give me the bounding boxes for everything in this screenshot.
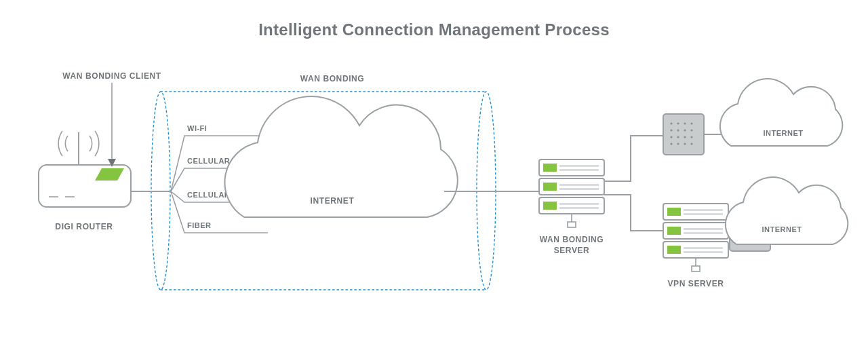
svg-point-36 <box>677 136 679 138</box>
svg-rect-26 <box>663 114 704 155</box>
svg-rect-53 <box>667 246 681 254</box>
svg-point-32 <box>677 129 679 131</box>
internet-cloud-vpn: INTERNET <box>726 177 848 244</box>
svg-rect-55 <box>684 251 723 253</box>
vpn-server: VPN SERVER <box>663 204 728 288</box>
svg-point-28 <box>677 122 679 124</box>
svg-point-37 <box>684 136 686 138</box>
svg-rect-47 <box>684 213 723 215</box>
digi-router: WAN BONDING CLIENT DIGI ROUTER <box>39 71 161 231</box>
wan-bonding-zone-label: WAN BONDING <box>300 74 365 83</box>
wan-bonding-client-label: WAN BONDING CLIENT <box>62 71 161 81</box>
svg-rect-25 <box>568 222 576 227</box>
svg-rect-19 <box>559 188 599 190</box>
internet-cloud-main: INTERNET <box>224 96 457 217</box>
svg-point-33 <box>684 129 686 131</box>
wan-bonding-server-label1: WAN BONDING <box>540 235 604 244</box>
svg-rect-15 <box>559 169 599 171</box>
internet-cloud-top: INTERNET <box>720 79 842 146</box>
svg-rect-57 <box>692 266 700 271</box>
svg-rect-46 <box>684 209 723 211</box>
internet-cloud-top-label: INTERNET <box>764 129 804 137</box>
svg-rect-50 <box>684 228 723 230</box>
svg-point-39 <box>670 143 672 145</box>
svg-point-34 <box>690 129 692 131</box>
svg-rect-18 <box>559 184 599 186</box>
svg-point-27 <box>670 122 672 124</box>
svg-point-40 <box>677 143 679 145</box>
svg-rect-22 <box>559 203 599 205</box>
svg-rect-14 <box>559 165 599 167</box>
link-fiber: FIBER <box>187 221 212 229</box>
firewall-top <box>663 114 704 155</box>
diagram-canvas: Intelligent Connection Management Proces… <box>0 0 868 340</box>
svg-rect-49 <box>667 227 681 235</box>
vpn-server-label: VPN SERVER <box>667 279 724 288</box>
wan-bonding-server-label2: SERVER <box>554 246 590 255</box>
svg-point-29 <box>684 122 686 124</box>
svg-rect-45 <box>667 208 681 216</box>
svg-rect-17 <box>543 183 557 191</box>
svg-point-38 <box>690 136 692 138</box>
svg-point-35 <box>670 136 672 138</box>
svg-rect-21 <box>543 202 557 210</box>
internet-cloud-main-label: INTERNET <box>311 196 355 206</box>
svg-rect-54 <box>684 247 723 249</box>
page-title: Intelligent Connection Management Proces… <box>258 20 610 39</box>
wan-bonding-server: WAN BONDING SERVER <box>539 159 604 255</box>
svg-rect-23 <box>559 207 599 209</box>
internet-cloud-vpn-label: INTERNET <box>762 225 802 233</box>
svg-rect-51 <box>684 232 723 234</box>
svg-rect-13 <box>543 164 557 172</box>
svg-point-31 <box>670 129 672 131</box>
svg-point-41 <box>684 143 686 145</box>
link-wifi: WI-FI <box>187 124 207 132</box>
svg-point-30 <box>690 122 692 124</box>
digi-router-label: DIGI ROUTER <box>55 222 113 231</box>
svg-point-42 <box>690 143 692 145</box>
